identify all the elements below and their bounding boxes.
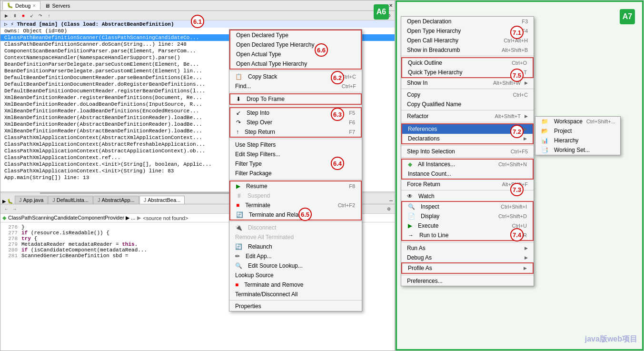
- menu-item-filter-package[interactable]: Filter Package: [229, 169, 362, 178]
- menu-item-resume[interactable]: ▶ Resume F8: [230, 181, 361, 191]
- menu-item-step-return[interactable]: ↑ Step Return F7: [230, 127, 361, 137]
- badge-7-5: 7.5: [510, 69, 524, 82]
- menu-item-project[interactable]: 📂 Project: [535, 126, 620, 136]
- menu-item-open-declared-type[interactable]: Open Declared Type: [230, 30, 361, 40]
- java-file-icon: J: [144, 197, 147, 203]
- menu-item-use-step-filters[interactable]: Use Step Filters: [229, 140, 362, 150]
- menu-item-all-instances[interactable]: ◆ All Instances... Ctrl+Shift+N: [402, 160, 533, 169]
- context-menu-debug: Open Declared Type Open Declared Type Hi…: [229, 29, 362, 311]
- menu-item-refactor[interactable]: Refactor Alt+Shift+T: [401, 111, 534, 121]
- step-over-btn[interactable]: ↷: [37, 12, 44, 20]
- terminate-icon: ■: [236, 202, 239, 209]
- close-icon[interactable]: ✕: [32, 3, 36, 8]
- menu-item-run-as[interactable]: Run As: [401, 243, 534, 253]
- context-menu-references-submenu: 📁 Workspace Ctrl+Shift+... 📂 Project 📊 H…: [535, 116, 621, 155]
- menu-item-edit-source-lookup[interactable]: 🔍 Edit Source Lookup...: [229, 261, 362, 271]
- menu-item-disconnect: 🔌 Disconnect: [229, 223, 362, 232]
- menu-item-preferences[interactable]: Preferences...: [401, 276, 534, 286]
- badge-a7: A7: [620, 9, 635, 24]
- badge-6-3: 6.3: [331, 108, 344, 121]
- menu-section-65: ▶ Resume F8 ⏸ Suspend ■ Terminate Ctrl+F…: [229, 181, 362, 221]
- java-file-icon: J: [98, 197, 100, 203]
- step-over-icon: ↷: [236, 119, 241, 126]
- context-menu-editor: Open Declaration F3 Open Type Hierarchy …: [401, 16, 534, 286]
- menu-item-terminate[interactable]: ■ Terminate Ctrl+F2: [230, 201, 361, 210]
- separator: [229, 92, 362, 92]
- run-icon[interactable]: ▶: [2, 199, 6, 204]
- menu-item-working-set[interactable]: 📑 Working Set...: [535, 145, 620, 155]
- editor-settings-icon[interactable]: ⚙: [385, 205, 393, 213]
- terminate-remove-icon: ■: [235, 281, 238, 288]
- breadcrumb-extra: <source not found>: [143, 215, 188, 221]
- editor-tab-abstractbea[interactable]: J AbstractBea...: [139, 196, 185, 204]
- menu-item-terminate-disconnect-all[interactable]: Terminate/Disconnect All: [229, 290, 362, 299]
- menu-item-remove-all-terminated: Remove All Terminated: [229, 232, 362, 242]
- separator: [229, 106, 362, 106]
- drop-frame-icon: ⬇: [236, 96, 241, 102]
- menu-item-hierarchy[interactable]: 📊 Hierarchy: [535, 136, 620, 145]
- step-into-icon: ↙: [236, 110, 241, 116]
- menu-item-relaunch[interactable]: 🔄 Relaunch: [229, 242, 362, 251]
- badge-7-2: 7.2: [510, 125, 524, 138]
- java-file-icon: J: [52, 197, 55, 203]
- right-panel: Open Declaration F3 Open Type Hierarchy …: [395, 0, 644, 351]
- editor-tab-abstractapp[interactable]: J AbstractApp...: [93, 196, 139, 204]
- run-to-line-icon: →: [408, 232, 414, 239]
- badge-7-3: 7.3: [510, 183, 524, 196]
- badge-6-4: 6.4: [331, 157, 344, 170]
- separator: [401, 56, 534, 56]
- badge-6-2: 6.2: [331, 71, 344, 84]
- menu-item-workspace[interactable]: 📁 Workspace Ctrl+Shift+...: [535, 117, 620, 126]
- menu-item-edit-app[interactable]: ✏ Edit App...: [229, 251, 362, 261]
- execute-icon: ▶: [408, 222, 412, 229]
- debug-icon: 🐛: [7, 2, 13, 9]
- separator: [401, 145, 534, 146]
- inspect-icon: 🔍: [408, 203, 415, 210]
- editor-tab-defaultlista[interactable]: J DefaultLista...: [48, 196, 93, 204]
- debug-run-icon[interactable]: 🐛: [7, 199, 13, 204]
- tab-debug[interactable]: 🐛 Debug ✕: [2, 1, 40, 10]
- menu-item-instance-count[interactable]: Instance Count...: [402, 169, 533, 179]
- resume-btn[interactable]: ▶: [2, 12, 10, 20]
- hierarchy-icon: 📊: [541, 137, 548, 144]
- navigate-arrow: ▶: [137, 215, 141, 221]
- menu-item-terminate-remove[interactable]: ■ Terminate and Remove: [229, 280, 362, 290]
- menu-item-terminate-relaunch[interactable]: 🔄 Terminate and Relaunch: [230, 210, 361, 220]
- menu-item-open-declared-hierarchy[interactable]: Open Declared Type Hierarchy: [230, 40, 361, 50]
- editor-tab-app[interactable]: J App.java: [15, 196, 48, 204]
- menu-item-profile-as[interactable]: Profile As: [402, 263, 533, 273]
- terminate-btn[interactable]: ■: [20, 12, 27, 20]
- menu-item-copy[interactable]: Copy Ctrl+C: [401, 90, 534, 100]
- badge-a6: A6: [374, 4, 389, 20]
- separator: [401, 242, 534, 242]
- menu-item-step-into-selection[interactable]: Step Into Selection Ctrl+F5: [401, 147, 534, 156]
- step-return-btn[interactable]: ↑: [45, 12, 53, 20]
- menu-item-debug-as[interactable]: Debug As: [401, 253, 534, 262]
- menu-item-properties[interactable]: Properties: [229, 301, 362, 311]
- menu-item-open-declaration[interactable]: Open Declaration F3: [401, 17, 534, 26]
- menu-item-lookup-source[interactable]: Lookup Source: [229, 271, 362, 280]
- close-panel-icon[interactable]: ✕: [389, 3, 393, 8]
- forward-icon[interactable]: →: [11, 205, 19, 213]
- tab-servers[interactable]: 🖥 Servers: [40, 1, 74, 10]
- minimize-editor-icon[interactable]: ─: [389, 198, 393, 203]
- menu-item-inspect[interactable]: 🔍 Inspect Ctrl+Shift+I: [402, 202, 533, 211]
- menu-item-open-actual-hierarchy[interactable]: Open Actual Type Hierarchy: [230, 59, 361, 69]
- menu-item-copy-qualified-name[interactable]: Copy Qualified Name: [401, 100, 534, 109]
- menu-item-drop-to-frame[interactable]: ⬇ Drop To Frame: [230, 94, 361, 104]
- separator: [229, 300, 362, 301]
- menu-item-quick-outline[interactable]: Quick Outline Ctrl+O: [402, 58, 533, 68]
- step-into-btn[interactable]: ↙: [28, 12, 36, 20]
- workspace-icon: 📁: [541, 118, 548, 125]
- menu-item-find[interactable]: Find... Ctrl+F: [229, 81, 362, 91]
- disconnect-icon: 🔌: [235, 224, 242, 231]
- menu-item-show-breadcrumb[interactable]: Show in Breadcrumb Alt+Shift+B: [401, 45, 534, 55]
- resume-icon: ▶: [236, 183, 240, 190]
- display-icon: 📄: [408, 213, 415, 220]
- working-set-icon: 📑: [541, 147, 548, 153]
- menu-item-display[interactable]: 📄 Display Ctrl+Shift+D: [402, 211, 533, 221]
- suspend-btn[interactable]: ⏸: [11, 12, 19, 20]
- back-icon[interactable]: ←: [2, 205, 10, 213]
- menu-item-open-actual-type[interactable]: Open Actual Type: [230, 50, 361, 59]
- menu-item-edit-step-filters[interactable]: Edit Step Filters...: [229, 150, 362, 159]
